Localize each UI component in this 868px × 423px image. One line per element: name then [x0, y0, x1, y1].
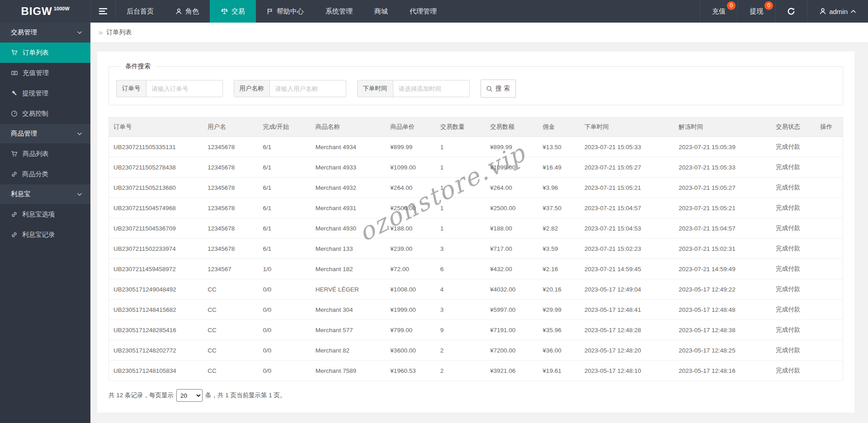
sidebar-item-label: 商品分类 — [22, 170, 48, 179]
cell-username: 1234567 — [203, 259, 258, 279]
cell-order_time: 2023-07-21 15:04:53 — [580, 218, 675, 239]
chevron-up-icon — [850, 9, 856, 14]
cell-order_no: UB2307211504536709 — [109, 218, 203, 239]
orders-table-header-row: 订单号用户名完成/开始商品名称商品单价交易数量交易数额佣金下单时间解冻时间交易状… — [109, 118, 843, 137]
cell-qty: 3 — [436, 239, 486, 259]
search-button-label: 搜 索 — [495, 85, 510, 93]
admin-app: BIGW1000W 后台首页角色交易帮助中心系统管理商城代理管理 充值 0 提现… — [0, 0, 868, 423]
cell-order_no: UB2307211504574968 — [109, 198, 203, 218]
cell-amount: ¥188.00 — [486, 218, 538, 239]
order-time-input[interactable] — [393, 80, 469, 97]
cell-amount: ¥264.00 — [486, 178, 538, 198]
user-icon — [819, 8, 826, 15]
cell-status: 完成付款 — [771, 259, 816, 279]
cell-status: 完成付款 — [771, 198, 816, 218]
cell-unit_price: ¥264.00 — [386, 178, 435, 198]
cell-order_no: UB2305171248105834 — [109, 361, 203, 381]
cell-amount: ¥3921.06 — [486, 361, 538, 381]
admin-menu[interactable]: admin — [807, 0, 868, 23]
sidebar-item-goods-category[interactable]: 商品分类 — [0, 164, 90, 184]
table-row: UB2307211505335131123456786/1Merchant 49… — [109, 137, 843, 157]
cell-unit_price: ¥72.00 — [386, 259, 435, 279]
hammer-icon — [11, 90, 18, 97]
cell-unfreeze_time: 2023-07-21 15:02:31 — [674, 239, 771, 259]
nav-item-trade[interactable]: 交易 — [210, 0, 256, 23]
recharge-badge: 0 — [727, 1, 736, 10]
sidebar-group-goods-mgmt[interactable]: 商品管理 — [0, 124, 90, 144]
sidebar-item-trade-control[interactable]: 交易控制 — [0, 103, 90, 124]
refresh-button[interactable] — [775, 0, 807, 23]
nav-item-mall[interactable]: 商城 — [363, 0, 399, 23]
nav-item-home[interactable]: 后台首页 — [116, 0, 165, 23]
cell-order_time: 2023-07-21 15:05:27 — [580, 157, 675, 178]
brand-name: BIGW — [21, 5, 52, 18]
cell-status: 完成付款 — [771, 340, 816, 361]
user-icon — [175, 8, 182, 15]
username-field-group: 用户名称 — [234, 80, 346, 97]
sidebar-item-goods-list[interactable]: 商品列表 — [0, 144, 90, 164]
sidebar-group-lixibao[interactable]: 利息宝 — [0, 184, 90, 204]
cell-username: CC — [203, 320, 258, 340]
breadcrumb: » 订单列表 — [90, 23, 868, 42]
cell-username: 12345678 — [203, 239, 258, 259]
cell-order_time: 2023-05-17 12:48:41 — [580, 300, 675, 320]
cell-amount: ¥1099.00 — [486, 157, 538, 178]
cell-unfreeze_time: 2023-07-21 15:05:39 — [674, 137, 771, 157]
order-no-input[interactable] — [146, 80, 222, 97]
sidebar-group-label: 利息宝 — [11, 190, 31, 198]
sidebar-item-label: 充值管理 — [23, 69, 49, 77]
table-row: UB2307211502233974123456786/1Merchant 13… — [109, 239, 843, 259]
withdraw-button[interactable]: 提现 0 — [737, 0, 775, 23]
sidebar-group-trade-mgmt[interactable]: 交易管理 — [0, 23, 90, 42]
recharge-button[interactable]: 充值 0 — [700, 0, 737, 23]
cell-commission: ¥36.00 — [538, 340, 580, 361]
orders-table-body: UB2307211505335131123456786/1Merchant 49… — [109, 137, 843, 381]
nav-item-agent[interactable]: 代理管理 — [399, 0, 448, 23]
cell-done_start: 6/1 — [259, 198, 311, 218]
page-size-select[interactable]: 20 — [176, 389, 203, 402]
nav-item-system[interactable]: 系统管理 — [315, 0, 363, 23]
nav-item-help-center[interactable]: 帮助中心 — [256, 0, 315, 23]
search-button[interactable]: 搜 索 — [481, 80, 516, 98]
nav-item-label: 交易 — [231, 7, 245, 16]
sidebar-item-lixibao-records[interactable]: 利息宝记录 — [0, 225, 90, 245]
cell-amount: ¥7200.00 — [486, 340, 538, 361]
link-icon — [11, 171, 18, 178]
cell-commission: ¥13.50 — [538, 137, 580, 157]
column-header-qty: 交易数量 — [436, 118, 486, 137]
sidebar-item-withdraw-mgmt[interactable]: 提现管理 — [0, 83, 90, 103]
cell-unfreeze_time: 2023-05-17 12:48:48 — [674, 300, 771, 320]
column-header-amount: 交易数额 — [486, 118, 538, 137]
table-row: UB230721145945897212345671/0Merchant 182… — [109, 259, 843, 279]
nav-item-roles[interactable]: 角色 — [165, 0, 210, 23]
hamburger-menu-icon[interactable] — [90, 0, 116, 23]
cell-commission: ¥2.16 — [538, 259, 580, 279]
cell-product: Merchant 4934 — [311, 137, 386, 157]
cell-product: HERVÉ LÉGER — [311, 279, 386, 300]
cell-unit_price: ¥899.99 — [386, 137, 435, 157]
sidebar-item-recharge-mgmt[interactable]: 充值管理 — [0, 63, 90, 83]
cell-username: 12345678 — [203, 178, 258, 198]
cell-unfreeze_time: 2023-07-21 15:04:57 — [674, 218, 771, 239]
order-no-field-label: 订单号 — [117, 80, 146, 97]
cell-order_time: 2023-07-21 14:59:45 — [580, 259, 675, 279]
username-input[interactable] — [270, 80, 346, 97]
table-row: UB2305171248105834CC0/0Merchant 7589¥196… — [109, 361, 843, 381]
sidebar-item-order-list[interactable]: 订单列表 — [0, 42, 90, 63]
cell-product: Merchant 577 — [311, 320, 386, 340]
cell-unit_price: ¥239.00 — [386, 239, 435, 259]
cell-commission: ¥19.61 — [538, 361, 580, 381]
cell-done_start: 0/0 — [259, 340, 311, 361]
table-row: UB2307211505278438123456786/1Merchant 49… — [109, 157, 843, 178]
nav-item-label: 商城 — [374, 7, 388, 16]
cell-unfreeze_time: 2023-05-17 12:48:16 — [674, 361, 771, 381]
cell-qty: 9 — [436, 320, 486, 340]
table-row: UB2307211504574968123456786/1Merchant 49… — [109, 198, 843, 218]
cell-username: 12345678 — [203, 137, 258, 157]
column-header-order_time: 下单时间 — [580, 118, 675, 137]
sidebar-item-lixibao-options[interactable]: 利息宝选项 — [0, 204, 90, 225]
cart-icon — [11, 49, 18, 56]
gauge-icon — [11, 110, 18, 117]
cell-qty: 4 — [436, 279, 486, 300]
breadcrumb-icon: » — [99, 28, 103, 37]
